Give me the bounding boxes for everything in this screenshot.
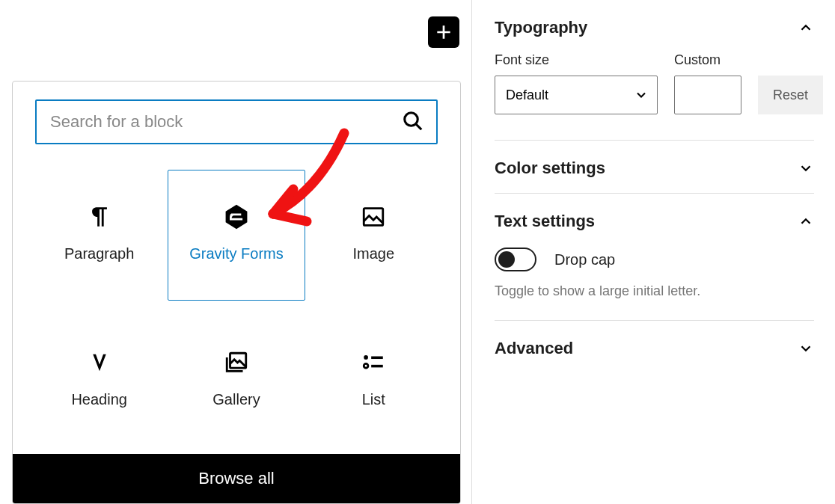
font-size-select[interactable]: Default xyxy=(495,76,658,114)
block-heading[interactable]: Heading xyxy=(31,316,168,446)
block-gravity-forms[interactable]: Gravity Forms xyxy=(168,170,305,301)
font-size-label: Font size xyxy=(495,52,658,68)
advanced-panel-toggle[interactable]: Advanced xyxy=(495,321,814,373)
gallery-icon xyxy=(223,349,250,376)
search-input[interactable] xyxy=(35,99,438,144)
color-settings-panel-toggle[interactable]: Color settings xyxy=(495,141,814,193)
block-label: Heading xyxy=(71,391,127,408)
chevron-up-icon xyxy=(798,213,814,230)
add-block-button[interactable] xyxy=(428,16,459,48)
image-icon xyxy=(360,203,387,230)
panel-title: Color settings xyxy=(495,159,605,178)
block-label: Gallery xyxy=(212,391,260,408)
gravity-forms-icon xyxy=(223,203,250,230)
svg-point-4 xyxy=(364,355,369,360)
svg-marker-1 xyxy=(226,205,248,229)
chevron-up-icon xyxy=(798,19,814,36)
block-label: Gravity Forms xyxy=(189,245,284,262)
svg-rect-5 xyxy=(371,357,383,360)
chevron-down-icon xyxy=(798,340,814,357)
text-settings-panel-toggle[interactable]: Text settings xyxy=(495,194,814,246)
browse-all-button[interactable]: Browse all xyxy=(13,454,460,503)
reset-button[interactable]: Reset xyxy=(758,76,823,114)
block-inserter-panel: Paragraph Gravity Forms Image Heading xyxy=(12,81,461,504)
block-label: List xyxy=(362,391,385,408)
block-label: Paragraph xyxy=(64,245,134,262)
chevron-down-icon xyxy=(798,160,814,176)
dropcap-help-text: Toggle to show a large initial letter. xyxy=(495,283,814,320)
panel-title: Typography xyxy=(495,18,587,37)
block-image[interactable]: Image xyxy=(305,170,442,301)
block-label: Image xyxy=(353,245,395,262)
heading-icon xyxy=(86,349,113,376)
plus-icon xyxy=(434,22,453,42)
block-list[interactable]: List xyxy=(305,316,442,446)
dropcap-label: Drop cap xyxy=(554,251,615,268)
list-icon xyxy=(360,349,387,376)
custom-size-input[interactable] xyxy=(674,76,741,114)
block-gallery[interactable]: Gallery xyxy=(168,316,305,446)
settings-sidebar: Typography Font size Default Custom Rese… xyxy=(471,0,835,504)
custom-size-label: Custom xyxy=(674,52,741,68)
svg-rect-7 xyxy=(371,365,383,368)
panel-title: Advanced xyxy=(495,339,573,358)
paragraph-icon xyxy=(86,203,113,230)
svg-point-6 xyxy=(364,363,369,368)
panel-title: Text settings xyxy=(495,212,595,231)
typography-panel-toggle[interactable]: Typography xyxy=(495,0,814,52)
block-paragraph[interactable]: Paragraph xyxy=(31,170,168,301)
dropcap-toggle[interactable] xyxy=(495,248,536,271)
